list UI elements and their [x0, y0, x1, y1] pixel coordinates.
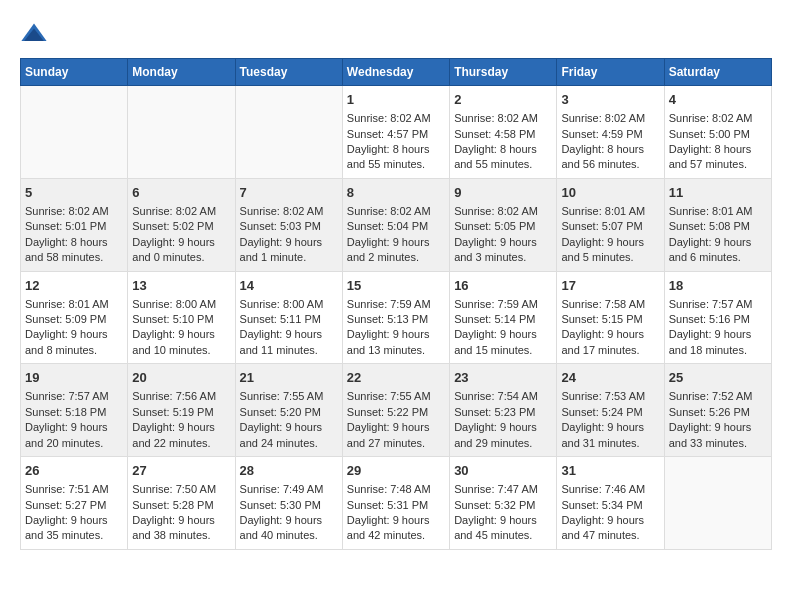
day-info: Sunset: 5:34 PM — [561, 498, 659, 513]
day-info: Sunset: 5:01 PM — [25, 219, 123, 234]
day-info: Sunrise: 7:56 AM — [132, 389, 230, 404]
day-info: Sunset: 5:27 PM — [25, 498, 123, 513]
day-number: 16 — [454, 277, 552, 295]
day-info: Sunrise: 7:49 AM — [240, 482, 338, 497]
day-number: 23 — [454, 369, 552, 387]
day-info: Daylight: 9 hours — [25, 327, 123, 342]
day-number: 27 — [132, 462, 230, 480]
day-info: Sunrise: 8:02 AM — [561, 111, 659, 126]
day-info: and 1 minute. — [240, 250, 338, 265]
day-info: Sunrise: 7:57 AM — [25, 389, 123, 404]
day-info: Sunset: 5:26 PM — [669, 405, 767, 420]
day-info: Daylight: 8 hours — [669, 142, 767, 157]
day-number: 7 — [240, 184, 338, 202]
day-info: and 56 minutes. — [561, 157, 659, 172]
weekday-sunday: Sunday — [21, 59, 128, 86]
day-info: Sunrise: 8:02 AM — [347, 204, 445, 219]
day-info: Sunrise: 7:52 AM — [669, 389, 767, 404]
day-number: 28 — [240, 462, 338, 480]
day-info: Daylight: 9 hours — [347, 235, 445, 250]
day-info: Sunrise: 8:01 AM — [561, 204, 659, 219]
calendar-cell: 16Sunrise: 7:59 AMSunset: 5:14 PMDayligh… — [450, 271, 557, 364]
weekday-friday: Friday — [557, 59, 664, 86]
day-info: Sunset: 5:02 PM — [132, 219, 230, 234]
day-info: and 57 minutes. — [669, 157, 767, 172]
day-info: Sunset: 5:15 PM — [561, 312, 659, 327]
day-info: Sunrise: 7:47 AM — [454, 482, 552, 497]
day-info: Daylight: 9 hours — [347, 420, 445, 435]
day-number: 15 — [347, 277, 445, 295]
day-info: and 8 minutes. — [25, 343, 123, 358]
day-info: Sunset: 5:03 PM — [240, 219, 338, 234]
day-info: Sunset: 5:22 PM — [347, 405, 445, 420]
day-info: and 47 minutes. — [561, 528, 659, 543]
calendar-cell: 15Sunrise: 7:59 AMSunset: 5:13 PMDayligh… — [342, 271, 449, 364]
calendar-body: 1Sunrise: 8:02 AMSunset: 4:57 PMDaylight… — [21, 86, 772, 550]
day-info: and 45 minutes. — [454, 528, 552, 543]
day-info: Sunset: 4:58 PM — [454, 127, 552, 142]
day-info: and 29 minutes. — [454, 436, 552, 451]
day-info: Sunrise: 8:01 AM — [669, 204, 767, 219]
day-info: Sunset: 5:05 PM — [454, 219, 552, 234]
day-info: and 40 minutes. — [240, 528, 338, 543]
calendar-cell — [128, 86, 235, 179]
day-number: 26 — [25, 462, 123, 480]
day-number: 21 — [240, 369, 338, 387]
day-info: Sunrise: 7:53 AM — [561, 389, 659, 404]
day-info: and 5 minutes. — [561, 250, 659, 265]
day-info: Sunset: 5:10 PM — [132, 312, 230, 327]
day-info: Sunrise: 8:02 AM — [669, 111, 767, 126]
day-info: and 55 minutes. — [454, 157, 552, 172]
day-number: 17 — [561, 277, 659, 295]
weekday-header-row: SundayMondayTuesdayWednesdayThursdayFrid… — [21, 59, 772, 86]
day-info: Daylight: 8 hours — [25, 235, 123, 250]
logo-icon — [20, 20, 48, 48]
day-info: Sunset: 5:31 PM — [347, 498, 445, 513]
day-number: 3 — [561, 91, 659, 109]
day-number: 20 — [132, 369, 230, 387]
calendar-cell: 14Sunrise: 8:00 AMSunset: 5:11 PMDayligh… — [235, 271, 342, 364]
day-number: 31 — [561, 462, 659, 480]
weekday-monday: Monday — [128, 59, 235, 86]
day-info: Sunset: 5:04 PM — [347, 219, 445, 234]
day-info: and 0 minutes. — [132, 250, 230, 265]
logo — [20, 20, 52, 48]
day-info: Daylight: 9 hours — [132, 235, 230, 250]
day-number: 30 — [454, 462, 552, 480]
day-info: Daylight: 9 hours — [25, 513, 123, 528]
day-info: and 22 minutes. — [132, 436, 230, 451]
calendar-cell: 13Sunrise: 8:00 AMSunset: 5:10 PMDayligh… — [128, 271, 235, 364]
day-info: Daylight: 9 hours — [25, 420, 123, 435]
calendar-header: SundayMondayTuesdayWednesdayThursdayFrid… — [21, 59, 772, 86]
day-info: Daylight: 9 hours — [669, 235, 767, 250]
day-info: Sunset: 5:30 PM — [240, 498, 338, 513]
day-number: 9 — [454, 184, 552, 202]
day-info: Daylight: 9 hours — [454, 327, 552, 342]
calendar-week-3: 12Sunrise: 8:01 AMSunset: 5:09 PMDayligh… — [21, 271, 772, 364]
day-info: Daylight: 9 hours — [669, 420, 767, 435]
day-info: Sunrise: 7:59 AM — [454, 297, 552, 312]
day-info: Sunrise: 7:46 AM — [561, 482, 659, 497]
day-info: and 11 minutes. — [240, 343, 338, 358]
calendar-cell: 26Sunrise: 7:51 AMSunset: 5:27 PMDayligh… — [21, 457, 128, 550]
day-number: 6 — [132, 184, 230, 202]
calendar-cell: 8Sunrise: 8:02 AMSunset: 5:04 PMDaylight… — [342, 178, 449, 271]
day-number: 18 — [669, 277, 767, 295]
day-info: and 35 minutes. — [25, 528, 123, 543]
day-number: 11 — [669, 184, 767, 202]
day-info: Daylight: 9 hours — [561, 235, 659, 250]
day-info: Daylight: 9 hours — [132, 513, 230, 528]
day-info: Sunset: 5:13 PM — [347, 312, 445, 327]
day-info: Sunrise: 8:02 AM — [25, 204, 123, 219]
day-number: 1 — [347, 91, 445, 109]
day-info: Daylight: 9 hours — [561, 420, 659, 435]
day-info: Sunrise: 7:58 AM — [561, 297, 659, 312]
day-info: Sunrise: 8:02 AM — [240, 204, 338, 219]
calendar-week-2: 5Sunrise: 8:02 AMSunset: 5:01 PMDaylight… — [21, 178, 772, 271]
day-info: and 18 minutes. — [669, 343, 767, 358]
day-number: 13 — [132, 277, 230, 295]
day-number: 29 — [347, 462, 445, 480]
day-number: 19 — [25, 369, 123, 387]
day-info: Sunset: 5:07 PM — [561, 219, 659, 234]
day-info: Daylight: 8 hours — [454, 142, 552, 157]
